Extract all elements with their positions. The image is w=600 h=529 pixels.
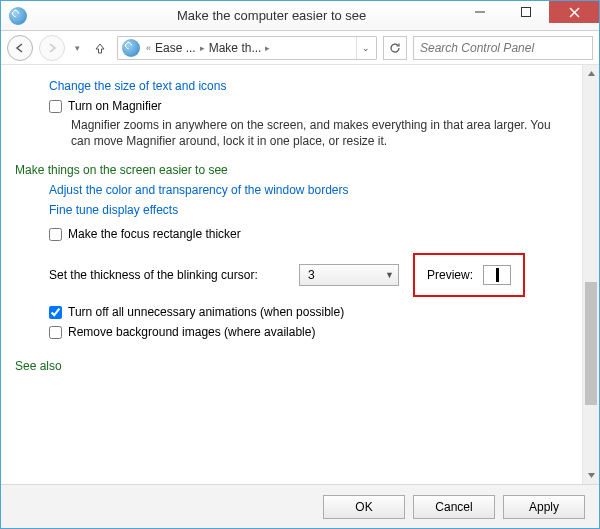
cancel-button[interactable]: Cancel <box>413 495 495 519</box>
section-heading-see-also: See also <box>15 359 572 373</box>
caret-preview <box>496 268 499 282</box>
breadcrumb-segment-2[interactable]: Make th... <box>209 41 262 55</box>
label-remove-background-images: Remove background images (where availabl… <box>68 325 315 339</box>
breadcrumb-dropdown[interactable]: ⌄ <box>356 37 374 59</box>
select-cursor-thickness-value: 3 <box>308 268 315 282</box>
checkbox-turn-off-animations[interactable] <box>49 306 62 319</box>
ease-of-access-icon <box>9 7 27 25</box>
select-cursor-thickness[interactable]: 3 ▼ <box>299 264 399 286</box>
window-title: Make the computer easier to see <box>177 8 457 23</box>
maximize-button[interactable] <box>503 1 549 23</box>
titlebar: Make the computer easier to see <box>1 1 599 31</box>
breadcrumb-overflow[interactable]: « <box>144 43 153 53</box>
chevron-right-icon[interactable]: ▸ <box>198 43 207 53</box>
label-cursor-thickness: Set the thickness of the blinking cursor… <box>49 268 285 282</box>
magnifier-description: Magnifier zooms in anywhere on the scree… <box>71 117 551 149</box>
chevron-right-icon[interactable]: ▸ <box>263 43 272 53</box>
history-dropdown[interactable]: ▾ <box>71 43 83 53</box>
search-input[interactable] <box>413 36 593 60</box>
preview-box <box>483 265 511 285</box>
apply-button[interactable]: Apply <box>503 495 585 519</box>
label-turn-off-animations: Turn off all unnecessary animations (whe… <box>68 305 344 319</box>
link-adjust-color-transparency[interactable]: Adjust the color and transparency of the… <box>49 183 349 197</box>
scroll-track[interactable] <box>583 82 599 467</box>
dialog-footer: OK Cancel Apply <box>1 484 599 528</box>
checkbox-remove-background-images[interactable] <box>49 326 62 339</box>
forward-button[interactable] <box>39 35 65 61</box>
checkbox-turn-on-magnifier[interactable] <box>49 100 62 113</box>
label-focus-rectangle-thicker: Make the focus rectangle thicker <box>68 227 241 241</box>
chevron-down-icon: ▼ <box>385 270 394 280</box>
section-heading-easier-to-see: Make things on the screen easier to see <box>15 163 572 177</box>
ok-button[interactable]: OK <box>323 495 405 519</box>
minimize-button[interactable] <box>457 1 503 23</box>
svg-rect-1 <box>522 8 531 17</box>
label-turn-on-magnifier: Turn on Magnifier <box>68 99 162 113</box>
scroll-down-button[interactable] <box>583 467 599 484</box>
vertical-scrollbar[interactable] <box>582 65 599 484</box>
checkbox-focus-rectangle-thicker[interactable] <box>49 228 62 241</box>
up-button[interactable] <box>89 37 111 59</box>
content-pane: Change the size of text and icons Turn o… <box>1 65 582 484</box>
breadcrumb-segment-1[interactable]: Ease ... <box>155 41 196 55</box>
navigation-toolbar: ▾ « Ease ... ▸ Make th... ▸ ⌄ <box>1 31 599 65</box>
breadcrumb[interactable]: « Ease ... ▸ Make th... ▸ ⌄ <box>117 36 377 60</box>
scroll-up-button[interactable] <box>583 65 599 82</box>
preview-label: Preview: <box>427 268 473 282</box>
ease-of-access-icon <box>122 39 140 57</box>
back-button[interactable] <box>7 35 33 61</box>
refresh-button[interactable] <box>383 36 407 60</box>
link-fine-tune-display[interactable]: Fine tune display effects <box>49 203 178 217</box>
close-button[interactable] <box>549 1 599 23</box>
preview-highlight: Preview: <box>413 253 525 297</box>
link-change-text-size[interactable]: Change the size of text and icons <box>49 79 226 93</box>
scroll-thumb[interactable] <box>585 282 597 405</box>
